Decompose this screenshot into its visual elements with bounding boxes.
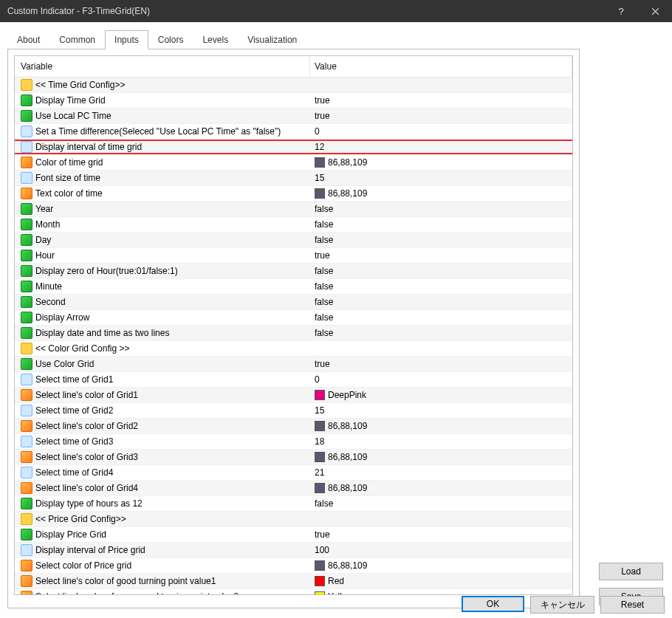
table-row[interactable]: Yearfalse xyxy=(15,202,572,217)
value-cell[interactable] xyxy=(310,341,572,356)
tab-visualization[interactable]: Visualization xyxy=(238,30,306,49)
value-cell[interactable]: true xyxy=(310,109,572,123)
value-cell[interactable]: 12 xyxy=(310,140,572,154)
variable-name: Select time of Grid3 xyxy=(35,436,113,447)
table-row[interactable]: Display Time Gridtrue xyxy=(15,93,572,109)
table-row[interactable]: Display interval of Price grid100 xyxy=(15,543,572,558)
variable-cell: Display date and time as two lines xyxy=(15,326,310,340)
color-type-icon xyxy=(21,591,32,594)
table-row[interactable]: Use Color Gridtrue xyxy=(15,357,572,372)
value-cell[interactable]: Yellow xyxy=(310,589,572,594)
table-row[interactable]: << Time Grid Config>> xyxy=(15,78,572,93)
table-row[interactable]: Display date and time as two linesfalse xyxy=(15,326,572,341)
value-cell[interactable]: false xyxy=(310,202,572,216)
table-row[interactable]: Select line's color of Grid1DeepPink xyxy=(15,388,572,403)
value-cell[interactable]: false xyxy=(310,295,572,309)
table-row[interactable]: Font size of time15 xyxy=(15,171,572,186)
value-cell[interactable]: false xyxy=(310,233,572,247)
table-row[interactable]: Select line's color of Grid286,88,109 xyxy=(15,419,572,434)
table-row[interactable]: Set a Time difference(Seleced "Use Local… xyxy=(15,124,572,140)
tab-about[interactable]: About xyxy=(7,30,49,49)
variable-cell: Minute xyxy=(15,279,310,294)
value-cell[interactable]: 86,88,109 xyxy=(310,558,572,573)
table-row[interactable]: Select time of Grid421 xyxy=(15,465,572,481)
help-button[interactable]: ? xyxy=(604,0,638,22)
value-cell[interactable]: 18 xyxy=(310,434,572,449)
table-row[interactable]: Display type of hours as 12false xyxy=(15,496,572,512)
tab-levels[interactable]: Levels xyxy=(193,30,238,49)
table-row[interactable]: Select color of Price grid86,88,109 xyxy=(15,558,572,574)
value-cell[interactable]: 86,88,109 xyxy=(310,186,572,201)
value-cell[interactable]: 86,88,109 xyxy=(310,155,572,170)
table-row[interactable]: Select time of Grid215 xyxy=(15,403,572,419)
value-cell[interactable]: 0 xyxy=(310,124,572,139)
table-row[interactable]: Select line's color of more good turning… xyxy=(15,589,572,594)
table-row[interactable]: Display Price Gridtrue xyxy=(15,527,572,543)
table-row[interactable]: Secondfalse xyxy=(15,295,572,310)
value-cell[interactable]: 100 xyxy=(310,543,572,557)
value-cell[interactable]: Red xyxy=(310,574,572,588)
variable-cell: Day xyxy=(15,233,310,247)
table-row[interactable]: Select time of Grid318 xyxy=(15,434,572,450)
table-row[interactable]: << Color Grid Config >> xyxy=(15,341,572,357)
tab-inputs[interactable]: Inputs xyxy=(105,30,148,49)
table-row[interactable]: Display interval of time grid12 xyxy=(15,140,572,155)
value-cell[interactable]: 15 xyxy=(310,403,572,418)
value-cell[interactable]: false xyxy=(310,310,572,325)
variable-cell: Select line's color of Grid3 xyxy=(15,450,310,464)
variable-cell: Font size of time xyxy=(15,171,310,185)
table-row[interactable]: Select time of Grid10 xyxy=(15,372,572,388)
tab-common[interactable]: Common xyxy=(49,30,105,49)
header-variable[interactable]: Variable xyxy=(15,56,310,77)
value-cell[interactable]: false xyxy=(310,264,572,278)
table-row[interactable]: Use Local PC Timetrue xyxy=(15,109,572,124)
color-type-icon xyxy=(21,560,32,571)
value-cell[interactable]: 0 xyxy=(310,372,572,387)
table-row[interactable]: Hourtrue xyxy=(15,248,572,264)
variable-name: Select line's color of more good turning… xyxy=(35,591,239,594)
table-row[interactable]: Color of time grid86,88,109 xyxy=(15,155,572,171)
value-cell[interactable]: 21 xyxy=(310,465,572,480)
color-swatch xyxy=(315,390,325,400)
table-row[interactable]: Dayfalse xyxy=(15,233,572,248)
cancel-button[interactable]: キャンセル xyxy=(530,596,594,614)
tab-colors[interactable]: Colors xyxy=(148,30,193,49)
table-row[interactable]: << Price Grid Config>> xyxy=(15,512,572,527)
value-cell[interactable]: false xyxy=(310,217,572,232)
value-cell[interactable]: true xyxy=(310,357,572,371)
value-cell[interactable]: 15 xyxy=(310,171,572,185)
value-cell[interactable]: false xyxy=(310,496,572,511)
table-row[interactable]: Select line's color of Grid386,88,109 xyxy=(15,450,572,465)
value-cell[interactable]: DeepPink xyxy=(310,388,572,402)
ok-button[interactable]: OK xyxy=(462,596,524,612)
close-button[interactable] xyxy=(638,0,672,22)
table-row[interactable]: Minutefalse xyxy=(15,279,572,295)
value-cell[interactable]: true xyxy=(310,93,572,108)
value-cell[interactable]: 86,88,109 xyxy=(310,450,572,464)
value-cell[interactable] xyxy=(310,78,572,92)
value-cell[interactable]: false xyxy=(310,279,572,294)
variable-name: Minute xyxy=(35,281,62,292)
color-swatch xyxy=(315,421,325,431)
table-row[interactable]: Display zero of Hour(true:01/false:1)fal… xyxy=(15,264,572,279)
value-cell[interactable]: true xyxy=(310,248,572,263)
load-button[interactable]: Load xyxy=(599,563,663,580)
reset-button[interactable]: Reset xyxy=(600,596,665,614)
value-cell[interactable]: 86,88,109 xyxy=(310,419,572,433)
header-value[interactable]: Value xyxy=(310,56,572,77)
value-cell[interactable] xyxy=(310,512,572,526)
bool-type-icon xyxy=(21,312,32,323)
table-row[interactable]: Display Arrowfalse xyxy=(15,310,572,326)
value-cell[interactable]: 86,88,109 xyxy=(310,481,572,495)
variable-name: Select time of Grid4 xyxy=(35,467,113,478)
value-text: 0 xyxy=(315,126,320,137)
value-text: true xyxy=(315,95,330,106)
table-row[interactable]: Text color of time86,88,109 xyxy=(15,186,572,202)
table-row[interactable]: Select line's color of good turning poin… xyxy=(15,574,572,589)
variable-cell: Select time of Grid4 xyxy=(15,465,310,480)
value-text: 21 xyxy=(315,467,324,478)
value-cell[interactable]: false xyxy=(310,326,572,340)
table-row[interactable]: Select line's color of Grid486,88,109 xyxy=(15,481,572,496)
value-cell[interactable]: true xyxy=(310,527,572,542)
table-row[interactable]: Monthfalse xyxy=(15,217,572,233)
